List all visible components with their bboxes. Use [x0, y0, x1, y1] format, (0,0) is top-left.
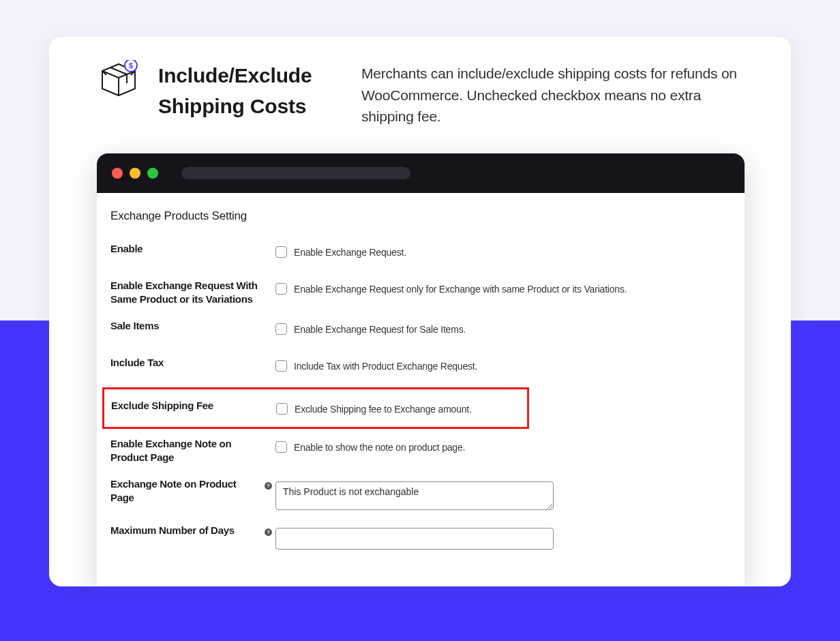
label-exclude-shipping: Exclude Shipping Fee: [111, 399, 261, 413]
label-sale-items: Sale Items: [110, 319, 260, 333]
feature-card: $ Include/Exclude Shipping Costs Merchan…: [49, 37, 791, 586]
help-spacer: [260, 356, 275, 360]
card-title-wrap: Include/Exclude Shipping Costs: [158, 60, 342, 128]
checkbox-enable[interactable]: [275, 246, 287, 258]
row-include-tax: Include Tax Include Tax with Product Exc…: [110, 352, 731, 389]
desc-include-tax: Include Tax with Product Exchange Reques…: [294, 361, 477, 372]
row-note-enable: Enable Exchange Note on Product Page Ena…: [110, 433, 731, 473]
label-note-enable: Enable Exchange Note on Product Page: [110, 437, 260, 464]
field-include-tax: Include Tax with Product Exchange Reques…: [275, 356, 731, 372]
field-same-product: Enable Exchange Request only for Exchang…: [275, 279, 731, 295]
field-enable: Enable Exchange Request.: [275, 242, 731, 258]
label-same-product: Enable Exchange Request With Same Produc…: [110, 279, 260, 305]
checkbox-same-product[interactable]: [275, 283, 287, 295]
textarea-note-text[interactable]: [275, 481, 554, 510]
field-exclude-shipping: Exclude Shipping fee to Exchange amount.: [276, 399, 520, 415]
panel-title: Exchange Products Setting: [110, 209, 731, 223]
help-spacer: [260, 437, 275, 441]
desc-sale-items: Enable Exchange Request for Sale Items.: [294, 324, 466, 335]
card-title: Include/Exclude Shipping Costs: [158, 60, 342, 121]
help-spacer: [260, 242, 275, 246]
checkbox-exclude-shipping[interactable]: [276, 403, 288, 415]
browser-window: Exchange Products Setting Enable Enable …: [97, 153, 745, 586]
close-icon[interactable]: [112, 168, 123, 179]
label-enable: Enable: [110, 242, 260, 256]
field-max-days: [275, 524, 731, 550]
desc-enable: Enable Exchange Request.: [294, 247, 406, 258]
field-sale-items: Enable Exchange Request for Sale Items.: [275, 319, 731, 335]
checkbox-include-tax[interactable]: [275, 360, 287, 372]
row-max-days: Maximum Number of Days ?: [110, 520, 731, 559]
help-max-days[interactable]: ?: [260, 524, 275, 537]
row-note-text: Exchange Note on Product Page ?: [110, 473, 731, 520]
row-enable: Enable Enable Exchange Request.: [110, 238, 731, 275]
checkbox-note-enable[interactable]: [275, 441, 287, 453]
row-sale-items: Sale Items Enable Exchange Request for S…: [110, 315, 731, 352]
shipping-box-icon: $: [98, 60, 139, 98]
window-titlebar: [97, 153, 745, 193]
label-max-days: Maximum Number of Days: [110, 524, 260, 537]
card-header: $ Include/Exclude Shipping Costs Merchan…: [49, 37, 791, 128]
window-controls: [112, 168, 158, 179]
field-note-enable: Enable to show the note on product page.: [275, 437, 731, 453]
minimize-icon[interactable]: [130, 168, 140, 179]
field-note-text: [275, 477, 731, 510]
desc-note-enable: Enable to show the note on product page.: [294, 442, 465, 453]
help-note-text[interactable]: ?: [260, 477, 275, 490]
desc-same-product: Enable Exchange Request only for Exchang…: [294, 284, 627, 295]
settings-panel: Exchange Products Setting Enable Enable …: [97, 193, 745, 559]
svg-text:$: $: [129, 61, 133, 70]
help-spacer: [260, 319, 275, 323]
label-note-text: Exchange Note on Product Page: [110, 477, 260, 504]
input-max-days[interactable]: [275, 528, 554, 550]
label-include-tax: Include Tax: [110, 356, 260, 370]
help-spacer: [261, 399, 276, 403]
svg-text:?: ?: [267, 483, 270, 489]
desc-exclude-shipping: Exclude Shipping fee to Exchange amount.: [295, 404, 472, 415]
card-description: Merchants can include/exclude shipping c…: [361, 60, 742, 128]
url-bar[interactable]: [181, 167, 410, 179]
help-spacer: [260, 279, 275, 283]
checkbox-sale-items[interactable]: [275, 323, 287, 335]
row-exclude-shipping: Exclude Shipping Fee Exclude Shipping fe…: [102, 387, 529, 429]
maximize-icon[interactable]: [147, 168, 158, 179]
svg-text:?: ?: [267, 529, 270, 535]
row-same-product: Enable Exchange Request With Same Produc…: [110, 275, 731, 315]
